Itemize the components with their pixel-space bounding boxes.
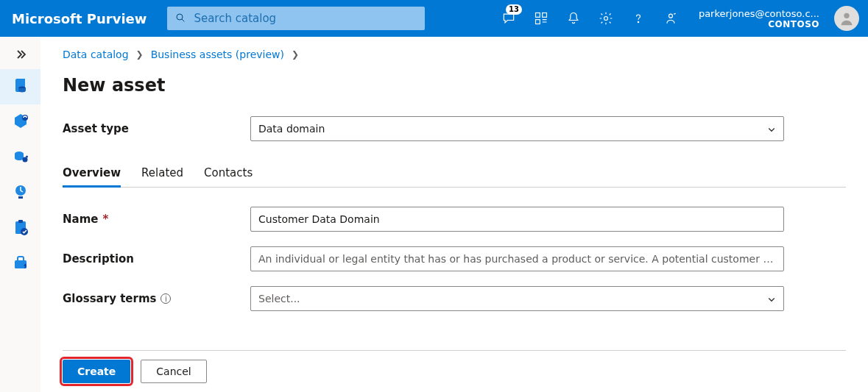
support-button[interactable] — [654, 0, 687, 37]
settings-button[interactable] — [590, 0, 622, 37]
tab-related[interactable]: Related — [141, 160, 183, 187]
user-email: parkerjones@contoso.c... — [699, 8, 819, 19]
main-content: Data catalog ❯ Business assets (preview)… — [40, 37, 868, 392]
asset-type-label: Asset type — [63, 122, 250, 135]
nav-data-catalog[interactable] — [0, 69, 40, 104]
page-title: New asset — [63, 75, 846, 96]
map-icon — [12, 113, 29, 132]
description-input[interactable]: An individual or legal entity that has o… — [250, 246, 784, 271]
notification-badge: 13 — [506, 4, 522, 15]
chevron-down-icon — [767, 124, 776, 133]
tab-bar: Overview Related Contacts — [63, 160, 846, 188]
svg-point-10 — [22, 115, 28, 121]
chevron-right-icon: ❯ — [136, 49, 144, 60]
asset-type-select[interactable]: Data domain — [250, 116, 784, 141]
svg-point-8 — [844, 13, 849, 18]
glossary-terms-select[interactable]: Select... — [250, 286, 784, 311]
crumb-business-assets[interactable]: Business assets (preview) — [151, 49, 284, 60]
brand-title: Microsoft Purview — [6, 11, 152, 26]
avatar[interactable] — [834, 6, 859, 31]
app-header: Microsoft Purview 13 parkerjones@cont — [0, 0, 868, 37]
book-icon — [12, 77, 29, 97]
glossary-terms-label: Glossary terms i — [63, 292, 250, 305]
required-indicator: * — [102, 213, 108, 226]
description-label: Description — [63, 252, 250, 266]
svg-point-6 — [638, 21, 638, 22]
svg-rect-2 — [535, 13, 540, 18]
header-actions: 13 — [493, 0, 687, 37]
form-footer: Create Cancel — [63, 350, 846, 392]
tab-contacts[interactable]: Contacts — [204, 160, 253, 187]
crumb-data-catalog[interactable]: Data catalog — [63, 49, 129, 60]
user-info[interactable]: parkerjones@contoso.c... CONTOSO — [694, 8, 824, 29]
search-input[interactable] — [192, 11, 417, 26]
svg-point-13 — [26, 155, 28, 157]
clipboard-check-icon — [12, 218, 29, 238]
user-tenant: CONTOSO — [768, 19, 819, 29]
svg-point-0 — [177, 14, 183, 20]
name-label: Name* — [63, 213, 250, 226]
svg-point-7 — [668, 14, 672, 18]
search-box[interactable] — [167, 7, 425, 30]
svg-line-1 — [182, 19, 184, 21]
nav-policy[interactable] — [0, 210, 40, 246]
cancel-button[interactable]: Cancel — [141, 360, 206, 383]
svg-rect-16 — [18, 220, 23, 223]
nav-management[interactable] — [0, 246, 40, 281]
chevron-down-icon — [767, 294, 776, 303]
breadcrumb: Data catalog ❯ Business assets (preview)… — [63, 49, 846, 60]
feedback-button[interactable]: 13 — [493, 0, 525, 37]
info-icon[interactable]: i — [160, 293, 171, 304]
nav-expand-button[interactable] — [0, 40, 40, 69]
toolbox-icon — [12, 254, 29, 274]
asset-type-value: Data domain — [258, 123, 325, 135]
create-button[interactable]: Create — [63, 360, 130, 383]
svg-rect-3 — [543, 13, 547, 18]
tab-overview[interactable]: Overview — [63, 160, 121, 187]
search-icon — [174, 12, 186, 26]
share-icon — [12, 148, 29, 168]
diagnostics-button[interactable] — [525, 0, 557, 37]
lightbulb-icon — [12, 183, 29, 203]
nav-data-map[interactable] — [0, 104, 40, 140]
nav-rail — [0, 37, 40, 392]
svg-point-12 — [22, 157, 27, 162]
glossary-placeholder: Select... — [258, 293, 300, 304]
name-input[interactable]: Customer Data Domain — [250, 207, 784, 232]
help-button[interactable] — [622, 0, 654, 37]
notifications-button[interactable] — [557, 0, 590, 37]
nav-data-share[interactable] — [0, 140, 40, 175]
svg-point-5 — [604, 17, 607, 21]
nav-insights[interactable] — [0, 175, 40, 210]
svg-rect-4 — [535, 20, 540, 24]
chevron-right-icon: ❯ — [292, 49, 299, 60]
